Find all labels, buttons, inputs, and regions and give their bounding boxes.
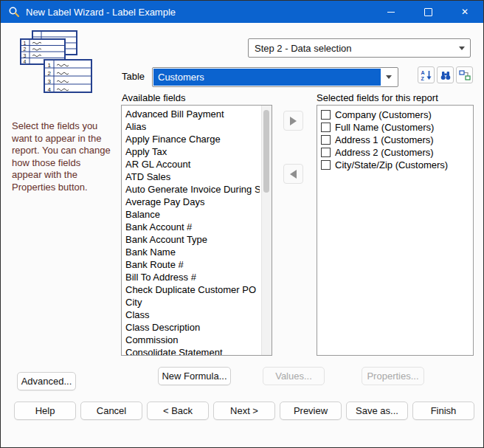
app-icon bbox=[8, 6, 20, 18]
available-fields-label: Available fields bbox=[122, 92, 185, 103]
maximize-button[interactable] bbox=[409, 1, 446, 23]
available-field-item[interactable]: Balance bbox=[125, 208, 260, 221]
minimize-icon bbox=[387, 12, 395, 13]
table-selector-value: Customers bbox=[153, 69, 381, 86]
step-selector[interactable]: Step 2 - Data selection bbox=[248, 38, 471, 58]
available-field-item[interactable]: Alias bbox=[125, 120, 260, 133]
window-controls: ✕ bbox=[373, 1, 483, 23]
advanced-button[interactable]: Advanced... bbox=[17, 372, 76, 390]
svg-text:2: 2 bbox=[48, 70, 52, 77]
save-as-button[interactable]: Save as... bbox=[346, 402, 408, 420]
available-field-item[interactable]: Bill To Address # bbox=[125, 271, 260, 283]
join-tables-button[interactable] bbox=[456, 66, 473, 83]
join-tables-icon bbox=[459, 69, 471, 81]
available-field-item[interactable]: Consolidate Statement bbox=[125, 346, 260, 355]
title-bar: New Label Wizard - Label Example ✕ bbox=[1, 1, 483, 23]
available-field-item[interactable]: Auto Generate Invoice During Shipr bbox=[125, 183, 260, 196]
field-checkbox[interactable] bbox=[321, 160, 331, 170]
step-selector-value: Step 2 - Data selection bbox=[249, 39, 454, 57]
svg-text:4: 4 bbox=[24, 59, 27, 64]
selected-field-item[interactable]: City/State/Zip (Customers) bbox=[321, 159, 469, 171]
finish-button[interactable]: Finish bbox=[412, 402, 474, 420]
selected-field-label: Address 2 (Customers) bbox=[335, 146, 434, 159]
available-field-item[interactable]: Class Description bbox=[125, 321, 260, 334]
arrow-right-icon bbox=[290, 117, 297, 125]
close-icon: ✕ bbox=[461, 7, 469, 17]
find-button[interactable] bbox=[437, 66, 454, 83]
help-button[interactable]: Help bbox=[14, 402, 76, 420]
selected-field-item[interactable]: Address 1 (Customers) bbox=[321, 134, 469, 146]
label-stack-icon: 1 2 3 4 1 2 3 4 bbox=[20, 30, 92, 100]
available-fields-list[interactable]: Advanced Bill Payment Alias Apply Financ… bbox=[121, 105, 272, 356]
available-field-item[interactable]: Apply Finance Charge bbox=[125, 133, 260, 145]
available-field-item[interactable]: Apply Tax bbox=[125, 145, 260, 158]
move-left-button[interactable] bbox=[283, 164, 303, 184]
minimize-button[interactable] bbox=[373, 1, 409, 23]
selected-fields-label: Selected fields for this report bbox=[317, 92, 438, 103]
back-button[interactable]: < Back bbox=[147, 402, 209, 420]
values-button: Values... bbox=[263, 367, 325, 385]
available-field-item[interactable]: Bank Name bbox=[125, 246, 260, 258]
svg-text:3: 3 bbox=[24, 53, 27, 58]
svg-text:3: 3 bbox=[48, 78, 52, 85]
svg-text:A: A bbox=[421, 70, 424, 75]
available-field-item[interactable]: City bbox=[125, 296, 260, 309]
preview-button[interactable]: Preview bbox=[280, 402, 342, 420]
available-field-item[interactable]: Average Pay Days bbox=[125, 196, 260, 208]
table-label: Table bbox=[122, 71, 145, 82]
field-checkbox[interactable] bbox=[321, 135, 331, 145]
svg-text:1: 1 bbox=[48, 62, 52, 69]
chevron-down-icon[interactable] bbox=[381, 69, 397, 86]
available-field-item[interactable]: Class bbox=[125, 309, 260, 321]
selected-field-label: City/State/Zip (Customers) bbox=[335, 159, 448, 171]
new-formula-button[interactable]: New Formula... bbox=[158, 367, 231, 385]
properties-button: Properties... bbox=[362, 367, 424, 385]
svg-text:Z: Z bbox=[421, 76, 424, 81]
available-field-item[interactable]: Bank Route # bbox=[125, 258, 260, 271]
selected-field-item[interactable]: Company (Customers) bbox=[321, 108, 469, 121]
next-button[interactable]: Next > bbox=[213, 402, 275, 420]
cancel-button[interactable]: Cancel bbox=[80, 402, 142, 420]
wizard-description: Select the fields you want to appear in … bbox=[12, 120, 113, 193]
selected-field-label: Address 1 (Customers) bbox=[335, 134, 434, 146]
available-field-item[interactable]: Check Duplicate Customer PO bbox=[125, 283, 260, 296]
selected-fields-items: Company (Customers) Full Name (Customers… bbox=[321, 108, 469, 171]
scrollbar-thumb[interactable] bbox=[263, 110, 269, 193]
available-field-item[interactable]: AR GL Account bbox=[125, 158, 260, 170]
table-selector[interactable]: Customers bbox=[152, 67, 398, 87]
selected-field-item[interactable]: Full Name (Customers) bbox=[321, 121, 469, 134]
maximize-icon bbox=[424, 8, 432, 16]
vertical-scrollbar[interactable] bbox=[261, 106, 272, 355]
available-field-item[interactable]: Bank Account # bbox=[125, 221, 260, 233]
available-fields-items: Advanced Bill Payment Alias Apply Financ… bbox=[125, 108, 260, 355]
chevron-down-icon[interactable] bbox=[454, 39, 470, 57]
selected-field-label: Full Name (Customers) bbox=[335, 121, 434, 134]
arrow-left-icon bbox=[290, 170, 297, 179]
field-checkbox[interactable] bbox=[321, 123, 331, 132]
svg-text:1: 1 bbox=[24, 41, 27, 46]
available-field-item[interactable]: Bank Account Type bbox=[125, 233, 260, 246]
available-field-item[interactable]: ATD Sales bbox=[125, 170, 260, 183]
selected-field-label: Company (Customers) bbox=[335, 108, 432, 121]
selected-fields-list[interactable]: Company (Customers) Full Name (Customers… bbox=[317, 105, 474, 356]
svg-text:2: 2 bbox=[24, 46, 27, 52]
move-right-button[interactable] bbox=[283, 111, 303, 131]
available-field-item[interactable]: Commission bbox=[125, 334, 260, 346]
field-checkbox[interactable] bbox=[321, 148, 331, 157]
close-button[interactable]: ✕ bbox=[446, 1, 483, 23]
window-title: New Label Wizard - Label Example bbox=[26, 7, 176, 18]
sort-az-icon: A Z bbox=[421, 69, 432, 81]
svg-text:4: 4 bbox=[48, 86, 52, 93]
field-checkbox[interactable] bbox=[321, 110, 331, 120]
selected-field-item[interactable]: Address 2 (Customers) bbox=[321, 146, 469, 159]
wizard-window: New Label Wizard - Label Example ✕ Step … bbox=[0, 0, 484, 448]
available-field-item[interactable]: Advanced Bill Payment bbox=[125, 108, 260, 120]
sort-button[interactable]: A Z bbox=[418, 66, 435, 83]
binoculars-icon bbox=[440, 69, 452, 81]
